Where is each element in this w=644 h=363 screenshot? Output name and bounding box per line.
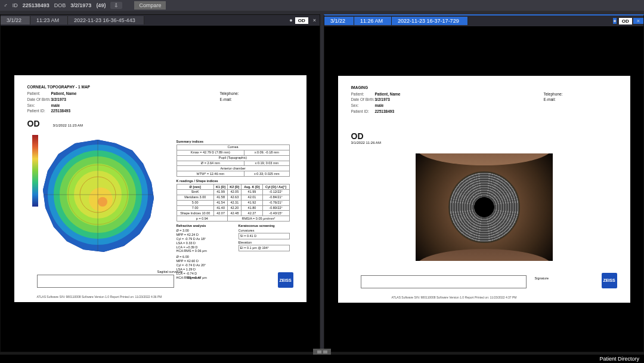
patient-id: 225138493: [23, 2, 49, 8]
patient-dob: 3/2/1973: [70, 2, 91, 8]
close-right-button[interactable]: ×: [633, 18, 643, 24]
tab-left-file[interactable]: 2022-11-23 16-36-45-443: [68, 16, 144, 24]
patient-info-bar: ♂ ID 225138493 DOB 3/2/1973 (49) ⇩ Compa…: [0, 0, 644, 11]
eye-od: OD: [351, 131, 617, 141]
tab-right-time[interactable]: 11:26 AM: [354, 17, 392, 25]
indicator-dot-icon: ●: [613, 18, 616, 24]
resize-handle-icon[interactable]: [313, 349, 331, 355]
pupil-icon: [474, 197, 494, 217]
tab-left-time[interactable]: 11:23 AM: [30, 16, 68, 24]
report-title: IMAGING: [351, 85, 617, 90]
right-pane: 3/1/22 11:26 AM 2022-11-23 16-37-17-729 …: [324, 14, 644, 352]
report-topography: CORNEAL TOPOGRAPHY - 1 MAP Patient:Patie…: [14, 75, 306, 302]
signature-label: Signature: [187, 276, 202, 279]
colorbar: [32, 135, 38, 207]
annotation-box[interactable]: [361, 275, 527, 288]
data-tables: Summary indices Cornea Kmax = 42.79 D (7…: [177, 140, 290, 282]
status-bar: Patient Directory: [0, 355, 644, 363]
svg-point-8: [98, 197, 107, 207]
eye-image: [416, 153, 553, 261]
report-footer: ATLAS Software S/N: 980110008 Software V…: [37, 295, 162, 299]
left-pane: 3/1/22 11:23 AM 2022-11-23 16-36-45-443 …: [0, 14, 320, 352]
topography-map: [38, 135, 157, 254]
tab-right-file[interactable]: 2022-11-23 16-37-17-729: [392, 17, 468, 25]
report-footer: ATLAS Software S/N: 980110008 Software V…: [392, 296, 517, 299]
export-icon[interactable]: ⇩: [110, 2, 122, 9]
eye-od: OD: [27, 119, 40, 128]
zeiss-logo: ZEISS: [602, 273, 617, 288]
dob-label: DOB: [54, 2, 66, 8]
id-label: ID: [13, 2, 18, 8]
report-imaging: IMAGING Patient:Patient, Name Date Of Bi…: [338, 76, 630, 303]
eye-badge-right: OD: [619, 18, 632, 24]
signature-label: Signature: [535, 276, 549, 280]
gender-icon: ♂: [4, 2, 8, 8]
tab-right-date[interactable]: 3/1/22: [324, 17, 354, 25]
workspace: 3/1/22 11:23 AM 2022-11-23 16-36-45-443 …: [0, 11, 644, 352]
zeiss-logo: ZEISS: [278, 272, 293, 288]
k-readings-table: Ø [mm]K1 [D]K2 [D]Avg. K [D]Cyl [D] / Ax…: [177, 184, 290, 222]
eye-badge-left: OD: [295, 17, 308, 24]
left-tabbar: 3/1/22 11:23 AM 2022-11-23 16-36-45-443 …: [1, 15, 320, 26]
report-title: CORNEAL TOPOGRAPHY - 1 MAP: [27, 85, 293, 89]
patient-directory-link[interactable]: Patient Directory: [599, 356, 639, 362]
patient-age: (49): [96, 2, 106, 8]
tab-left-date[interactable]: 3/1/22: [1, 16, 30, 24]
compare-button[interactable]: Compare: [134, 1, 166, 10]
close-left-button[interactable]: ×: [309, 17, 320, 23]
right-tabbar: 3/1/22 11:26 AM 2022-11-23 16-37-17-729 …: [324, 16, 643, 26]
annotation-box[interactable]: [37, 275, 174, 288]
indicator-dot-icon: ●: [289, 17, 292, 23]
